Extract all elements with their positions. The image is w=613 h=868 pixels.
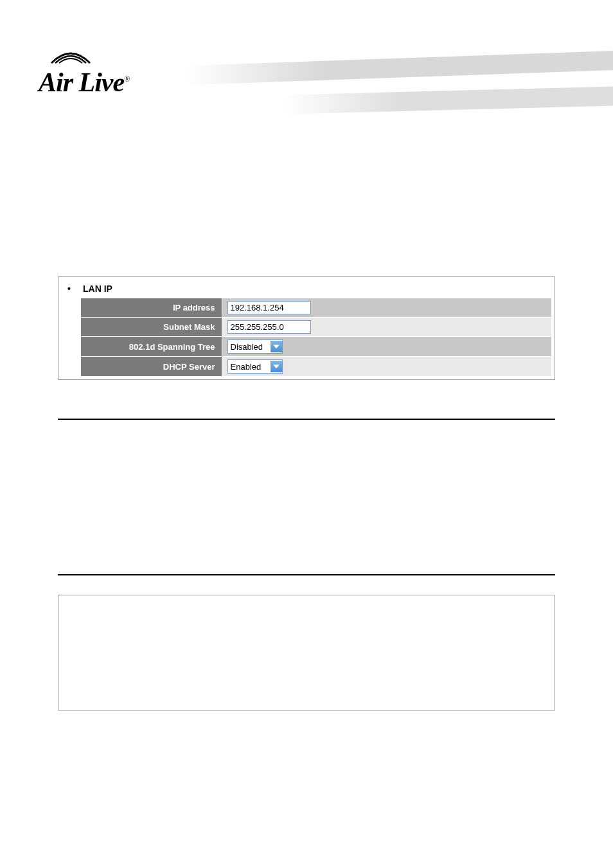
ip-address-label: IP address: [80, 298, 222, 318]
section-divider: [58, 419, 555, 420]
subnet-mask-row: Subnet Mask: [61, 318, 552, 337]
chevron-down-icon: [271, 361, 282, 372]
spanning-tree-label: 802.1d Spanning Tree: [80, 337, 222, 357]
dhcp-server-row: DHCP Server Enabled: [61, 357, 552, 377]
dhcp-server-label: DHCP Server: [80, 357, 222, 377]
page-content: • LAN IP IP address Subnet Mask 802.1d S…: [0, 276, 613, 710]
header-swoosh: [186, 45, 613, 129]
subnet-mask-label: Subnet Mask: [80, 318, 222, 337]
spanning-tree-value: Disabled: [231, 342, 268, 352]
spanning-tree-select[interactable]: Disabled: [227, 339, 283, 354]
ip-address-input[interactable]: [227, 301, 311, 314]
lan-ip-title-row: • LAN IP: [61, 280, 552, 298]
spanning-tree-row: 802.1d Spanning Tree Disabled: [61, 337, 552, 357]
content-spacer: [58, 439, 555, 568]
lan-ip-title: LAN IP: [80, 280, 552, 298]
logo-arc-icon: [39, 39, 154, 64]
lan-ip-table: • LAN IP IP address Subnet Mask 802.1d S…: [61, 280, 552, 377]
brand-name: Air Live®: [39, 67, 154, 98]
dhcp-server-select[interactable]: Enabled: [227, 359, 283, 374]
lan-ip-panel: • LAN IP IP address Subnet Mask 802.1d S…: [58, 276, 555, 380]
bullet-icon: •: [61, 280, 80, 298]
chevron-down-icon: [271, 341, 282, 352]
subnet-mask-input[interactable]: [227, 320, 311, 334]
section-divider: [58, 574, 555, 575]
registered-mark: ®: [124, 75, 129, 84]
brand-logo: Air Live®: [39, 39, 154, 98]
dhcp-server-value: Enabled: [231, 362, 268, 372]
empty-panel: [58, 595, 555, 710]
ip-address-row: IP address: [61, 298, 552, 318]
page-header: Air Live®: [0, 0, 613, 129]
